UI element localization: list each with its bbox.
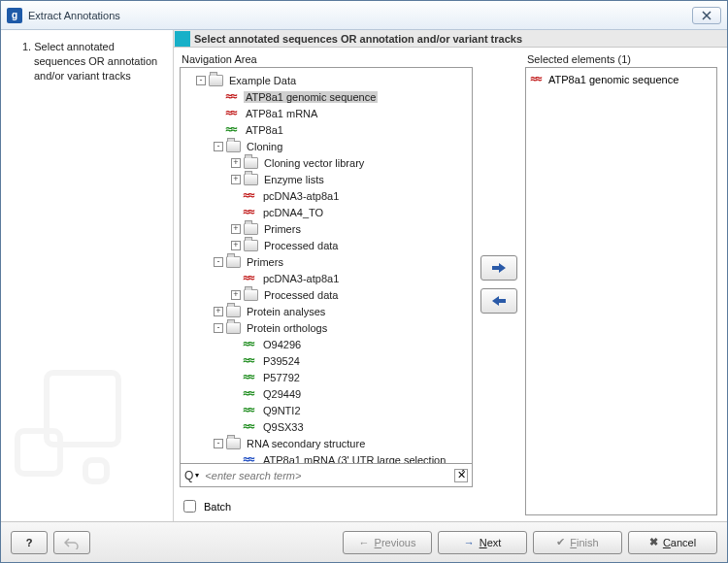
rna-sequence-icon: ≈≈	[243, 454, 257, 463]
tree-node[interactable]: ≈≈Q9NTI2	[182, 402, 470, 418]
folder-icon	[226, 306, 241, 317]
reset-button[interactable]	[53, 531, 90, 554]
tree-node[interactable]: ≈≈Q29449	[182, 385, 470, 402]
dna-sequence-icon: ≈≈	[225, 91, 240, 102]
cancel-button[interactable]: ✖ Cancel	[628, 531, 717, 554]
selected-item[interactable]: ≈≈ATP8a1 genomic sequence	[530, 71, 712, 87]
tree-node[interactable]: ≈≈P57792	[182, 369, 470, 385]
collapse-icon[interactable]: -	[214, 142, 223, 151]
undo-icon	[64, 536, 80, 549]
expand-icon[interactable]: +	[231, 241, 241, 250]
workarea: Navigation Area -Example Data≈≈ATP8a1 ge…	[174, 48, 727, 521]
collapse-icon[interactable]: -	[196, 76, 206, 85]
transfer-buttons	[479, 53, 519, 515]
tree-node[interactable]: ≈≈ATP8a1	[182, 121, 470, 138]
folder-icon	[209, 75, 223, 86]
tree-node[interactable]: -RNA secondary structure	[182, 435, 470, 451]
tree-node[interactable]: ≈≈Q9SX33	[182, 418, 470, 435]
tree-node-label: Processed data	[262, 240, 340, 251]
collapse-icon[interactable]: -	[214, 257, 223, 267]
arrow-right-icon	[491, 261, 507, 275]
close-icon	[700, 11, 713, 20]
tree-node[interactable]: -Protein orthologs	[182, 319, 470, 336]
app-icon: g	[7, 8, 22, 23]
previous-button[interactable]: ← Previous	[343, 531, 432, 554]
protein-sequence-icon: ≈≈	[243, 339, 257, 349]
tree-node[interactable]: ≈≈ATP8a1 genomic sequence	[182, 88, 470, 105]
folder-icon	[226, 322, 241, 334]
protein-sequence-icon: ≈≈	[225, 124, 240, 135]
next-button[interactable]: → Next	[438, 531, 527, 554]
tree-node-label: ATP8a1 mRNA	[244, 108, 319, 119]
search-input[interactable]	[203, 469, 450, 482]
arrow-left-icon	[491, 294, 507, 308]
tree-node[interactable]: -Cloning	[182, 138, 470, 154]
search-icon[interactable]: Q	[184, 469, 193, 482]
wizard-header: Select annotated sequences OR annotation…	[174, 30, 727, 48]
help-icon: ?	[26, 537, 33, 548]
folder-icon	[244, 223, 258, 235]
tree-node-label: RNA secondary structure	[245, 438, 367, 449]
tree-node-label: Cloning vector library	[262, 157, 366, 169]
titlebar[interactable]: g Extract Annotations	[1, 1, 727, 30]
dna-sequence-icon: ≈≈	[225, 108, 240, 118]
tree-node-label: pcDNA3-atp8a1	[261, 273, 341, 284]
tree-node-label: ATP8a1 mRNA (3' UTR large selection	[261, 454, 447, 464]
chevron-up-icon: ✕̂	[457, 469, 466, 481]
tree-node[interactable]: ≈≈P39524	[182, 352, 470, 369]
protein-sequence-icon: ≈≈	[243, 372, 257, 382]
tree-node[interactable]: ≈≈ATP8a1 mRNA (3' UTR large selection	[182, 451, 470, 463]
tree-node[interactable]: +Cloning vector library	[182, 154, 470, 171]
arrow-left-icon: ←	[359, 537, 370, 548]
navigation-tree[interactable]: -Example Data≈≈ATP8a1 genomic sequence≈≈…	[181, 68, 472, 463]
dna-sequence-icon: ≈≈	[243, 273, 257, 283]
dna-sequence-icon: ≈≈	[243, 207, 257, 217]
tree-node-label: Primers	[262, 223, 303, 235]
expand-icon[interactable]: +	[231, 158, 241, 168]
selected-elements-list[interactable]: ≈≈ATP8a1 genomic sequence	[525, 67, 717, 515]
tree-node-label: Q9NTI2	[261, 405, 303, 416]
window-buttons	[692, 7, 721, 24]
close-button[interactable]	[692, 7, 721, 24]
expand-icon[interactable]: +	[231, 224, 241, 234]
dna-sequence-icon: ≈≈	[243, 190, 257, 201]
navigation-tree-scroll[interactable]: -Example Data≈≈ATP8a1 genomic sequence≈≈…	[181, 68, 472, 463]
folder-icon	[244, 157, 258, 169]
collapse-icon[interactable]: -	[214, 323, 223, 333]
tree-node[interactable]: ≈≈O94296	[182, 336, 470, 352]
header-icon	[175, 31, 190, 47]
add-button[interactable]	[480, 255, 517, 281]
tree-node[interactable]: ≈≈ATP8a1 mRNA	[182, 105, 470, 121]
navigation-tree-box: -Example Data≈≈ATP8a1 genomic sequence≈≈…	[180, 67, 473, 464]
dialog-body: 1. Select annotated sequences OR annotat…	[1, 30, 727, 521]
search-dropdown-icon[interactable]: ▾	[195, 471, 199, 480]
batch-checkbox[interactable]	[183, 500, 196, 513]
expand-icon[interactable]: +	[231, 290, 241, 300]
tree-node[interactable]: ≈≈pcDNA3-atp8a1	[182, 187, 470, 204]
tree-node[interactable]: -Example Data	[182, 72, 470, 88]
tree-node[interactable]: +Processed data	[182, 237, 470, 253]
tree-node[interactable]: -Primers	[182, 253, 470, 270]
tree-node-label: Cloning	[245, 141, 284, 152]
tree-node-label: O94296	[261, 339, 303, 350]
window-title: Extract Annotations	[28, 10, 692, 21]
help-button[interactable]: ?	[11, 531, 48, 554]
search-row: Q▾ ✕̂	[180, 464, 473, 487]
expand-icon[interactable]: +	[214, 307, 223, 316]
collapse-search-button[interactable]: ✕̂	[454, 469, 468, 482]
tree-node[interactable]: +Processed data	[182, 286, 470, 303]
selected-column: Selected elements (1) ≈≈ATP8a1 genomic s…	[525, 53, 717, 515]
folder-icon	[244, 240, 258, 251]
remove-button[interactable]	[480, 288, 517, 314]
expand-icon[interactable]: +	[231, 175, 241, 184]
tree-node[interactable]: +Enzyme lists	[182, 171, 470, 187]
collapse-icon[interactable]: -	[214, 439, 223, 448]
tree-node[interactable]: +Protein analyses	[182, 303, 470, 319]
finish-button[interactable]: ✔ Finish	[533, 531, 622, 554]
folder-icon	[226, 256, 241, 268]
tree-node[interactable]: +Primers	[182, 220, 470, 237]
tree-node-label: Q9SX33	[261, 421, 306, 433]
tree-node[interactable]: ≈≈pcDNA4_TO	[182, 204, 470, 220]
batch-row: Batch	[180, 497, 473, 515]
tree-node[interactable]: ≈≈pcDNA3-atp8a1	[182, 270, 470, 286]
